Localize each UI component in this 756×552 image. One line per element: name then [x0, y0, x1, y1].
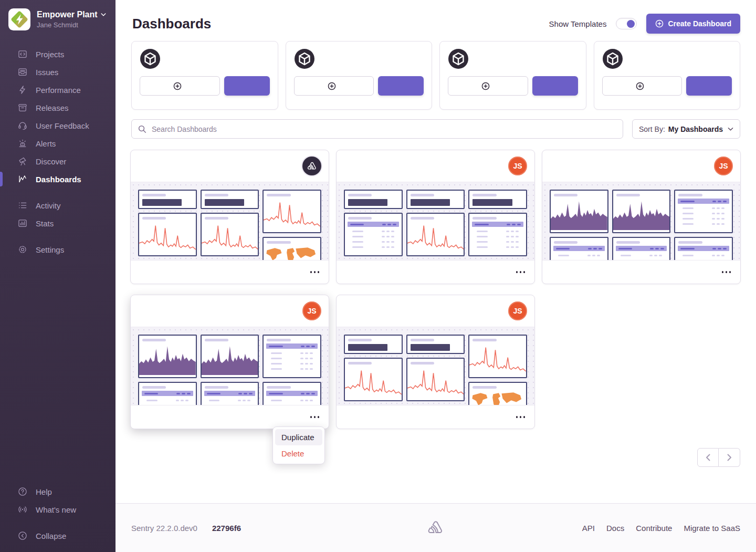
sidebar-item-activity[interactable]: Activity [0, 196, 116, 214]
show-templates-toggle[interactable] [616, 18, 637, 29]
org-logo-icon [8, 8, 30, 30]
dashboard-preview [337, 182, 534, 261]
chevron-down-icon [101, 13, 106, 17]
preview-button[interactable] [532, 76, 578, 96]
menu-item-delete[interactable]: Delete [275, 445, 322, 462]
add-dashboard-button[interactable] [448, 76, 528, 96]
footer-link-migrate-to-saas[interactable]: Migrate to SaaS [684, 524, 740, 533]
widget-preview-linechart [406, 213, 465, 256]
preview-button[interactable] [378, 76, 424, 96]
dashboard-card[interactable] [130, 150, 329, 284]
widget-preview-table [262, 335, 321, 378]
dashboard-preview [542, 182, 740, 261]
dashboard-preview [337, 327, 534, 405]
create-dashboard-label: Create Dashboard [668, 19, 731, 28]
settings-icon [17, 244, 28, 255]
dashboard-card[interactable]: JS [130, 295, 329, 429]
user-avatar: JS [714, 157, 733, 175]
footer-link-contribute[interactable]: Contribute [636, 524, 672, 533]
widget-preview-areachart [612, 190, 671, 233]
sidebar-item-performance[interactable]: Performance [0, 81, 116, 99]
sidebar-item-label: User Feedback [36, 121, 89, 130]
template-card [131, 41, 278, 110]
widget-preview-table [138, 382, 197, 405]
sidebar-item-what-s-new[interactable]: What's new [0, 501, 116, 518]
widget-preview-table [262, 382, 321, 405]
sidebar-item-user-feedback[interactable]: User Feedback [0, 117, 116, 134]
sidebar-item-label: Settings [36, 245, 64, 254]
sort-dropdown[interactable]: Sort By: My Dashboards [632, 119, 740, 139]
sidebar-item-help[interactable]: Help [0, 483, 116, 501]
add-dashboard-button[interactable] [294, 76, 374, 96]
sidebar-item-projects[interactable]: Projects [0, 45, 116, 63]
user-avatar: JS [302, 301, 321, 320]
sidebar-item-label: Performance [36, 86, 81, 95]
chevron-right-icon [727, 454, 732, 461]
stats-icon [17, 218, 28, 228]
card-menu-button[interactable] [309, 413, 321, 421]
search-input[interactable] [131, 119, 623, 139]
widget-preview-table [674, 190, 733, 233]
template-row [131, 41, 740, 110]
org-switcher[interactable]: Empower Plant Jane Schmidt [0, 0, 116, 30]
footer-link-docs[interactable]: Docs [606, 524, 624, 533]
alerts-icon [17, 138, 28, 149]
next-page-button[interactable] [719, 448, 740, 467]
releases-icon [17, 102, 28, 113]
footer-link-api[interactable]: API [582, 524, 595, 533]
sidebar-item-collapse[interactable]: Collapse [0, 527, 116, 545]
widget-preview-worldmap [262, 237, 321, 261]
card-menu-button[interactable] [515, 268, 527, 276]
collapse-icon [17, 530, 28, 541]
sentry-logo-icon [427, 518, 444, 537]
widget-preview-table [612, 237, 671, 261]
dashboard-card[interactable]: JS [336, 150, 535, 284]
widget-preview-bignumber [201, 190, 259, 209]
sidebar-item-label: Projects [36, 50, 64, 59]
create-dashboard-button[interactable]: Create Dashboard [646, 14, 740, 34]
template-card [286, 41, 433, 110]
sidebar-item-stats[interactable]: Stats [0, 214, 116, 232]
add-dashboard-button[interactable] [140, 76, 220, 96]
widget-preview-linechart [468, 335, 527, 378]
footer-build-hash[interactable]: 22796f6 [212, 524, 241, 533]
help-icon [17, 486, 28, 497]
sidebar: Empower Plant Jane Schmidt Projects Issu… [0, 0, 116, 552]
add-dashboard-button[interactable] [602, 76, 682, 96]
sidebar-item-alerts[interactable]: Alerts [0, 134, 116, 152]
menu-item-duplicate[interactable]: Duplicate [275, 429, 322, 445]
footer-version: Sentry 22.2.0.dev0 [131, 524, 197, 533]
dashboard-preview [131, 327, 329, 405]
widget-preview-table [550, 237, 608, 261]
performance-icon [17, 85, 28, 95]
card-menu-button[interactable] [721, 268, 732, 276]
template-card [439, 41, 586, 110]
card-menu-button[interactable] [515, 413, 527, 421]
card-menu-button[interactable] [309, 268, 321, 276]
discover-icon [17, 156, 28, 166]
sidebar-item-discover[interactable]: Discover [0, 152, 116, 170]
sidebar-item-issues[interactable]: Issues [0, 63, 116, 81]
preview-button[interactable] [224, 76, 270, 96]
sidebar-item-dashboards[interactable]: Dashboards [0, 170, 116, 188]
plus-circle-icon [173, 82, 182, 90]
toggle-knob [627, 20, 635, 28]
widget-preview-bignumber [344, 335, 403, 354]
whats-new-icon [17, 504, 28, 515]
dashboard-card[interactable]: JS [336, 295, 535, 429]
sidebar-item-label: Alerts [36, 139, 56, 148]
sidebar-item-releases[interactable]: Releases [0, 99, 116, 117]
widget-preview-linechart [138, 213, 197, 256]
sidebar-item-label: Releases [36, 103, 69, 112]
dashboard-card[interactable]: JS [542, 150, 741, 284]
search-icon [138, 124, 146, 133]
sidebar-item-settings[interactable]: Settings [0, 241, 116, 258]
preview-button[interactable] [686, 76, 732, 96]
plus-circle-icon [328, 82, 336, 90]
sidebar-footer-nav: Help What's new Collapse [0, 483, 116, 545]
widget-preview-bignumber [406, 190, 465, 209]
plus-circle-icon [481, 82, 490, 90]
card-context-menu: DuplicateDelete [272, 426, 325, 464]
previous-page-button[interactable] [697, 448, 719, 467]
widget-preview-areachart [138, 335, 197, 378]
